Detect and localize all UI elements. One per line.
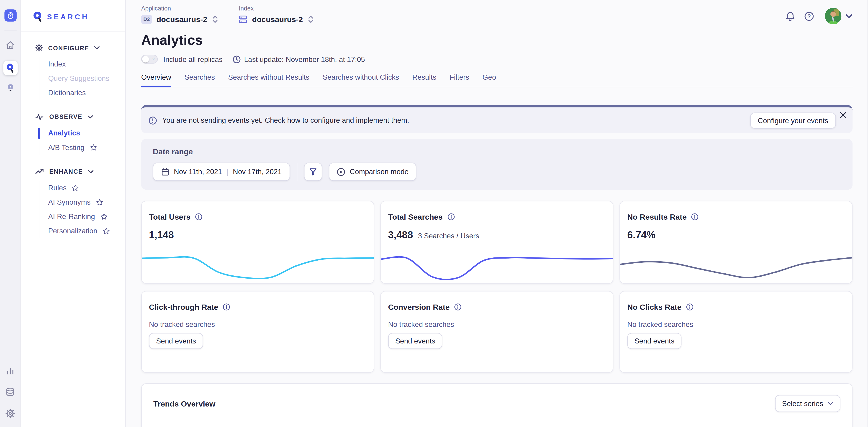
calendar-icon — [161, 167, 169, 176]
button-label: Configure your events — [758, 116, 828, 124]
card-total-searches: Total Searches 3,488 3 Searches / Users — [380, 201, 613, 284]
settings-gear-icon[interactable] — [3, 406, 17, 420]
tab-label: Searches — [185, 73, 215, 81]
sidebar-item-dictionaries[interactable]: Dictionaries — [39, 86, 125, 100]
sidebar-item-label: AI Synonyms — [48, 198, 90, 206]
info-icon[interactable] — [691, 213, 699, 221]
tab-results[interactable]: Results — [412, 73, 436, 81]
date-range-controls: Nov 11th, 2021 | Nov 17th, 2021 Comparis… — [153, 163, 841, 181]
logo-text: SEARCH — [47, 12, 89, 21]
database-icon[interactable] — [3, 385, 17, 399]
date-separator: | — [226, 167, 228, 176]
filter-icon[interactable] — [304, 163, 322, 181]
card-conversion-rate: Conversion Rate No tracked searches Send… — [380, 291, 613, 373]
section-observe[interactable]: OBSERVE — [21, 112, 125, 122]
card-title: No Results Rate — [627, 212, 687, 221]
tab-overview[interactable]: Overview — [141, 73, 171, 81]
total-searches-sparkline — [381, 256, 613, 280]
send-events-button[interactable]: Send events — [388, 333, 442, 349]
sidebar-item-index[interactable]: Index — [39, 57, 125, 71]
last-update-text: Last update: November 18th, at 17:05 — [244, 55, 365, 63]
card-click-through-rate: Click-through Rate No tracked searches S… — [141, 291, 374, 373]
help-icon[interactable]: ? — [804, 11, 814, 21]
chevron-down-icon — [88, 115, 93, 119]
app-rail — [0, 0, 21, 427]
send-events-button[interactable]: Send events — [149, 333, 204, 349]
select-series-button[interactable]: Select series — [775, 395, 840, 412]
tab-label: Filters — [450, 73, 469, 81]
chevron-down-icon[interactable] — [845, 14, 853, 19]
main-content: Application D2 docusaurus-2 Index — [126, 0, 868, 427]
comparison-play-icon — [337, 167, 345, 176]
nav-items: Rules AI Synonyms AI Re-Ranking Personal… — [39, 181, 125, 238]
card-total-users: Total Users 1,148 — [141, 201, 374, 284]
sidebar-item-label: Dictionaries — [48, 89, 86, 97]
sidebar-item-analytics[interactable]: Analytics — [39, 126, 125, 140]
toggle-knob — [143, 56, 149, 62]
stopwatch-icon[interactable] — [4, 9, 16, 22]
include-replicas-toggle[interactable]: × — [141, 55, 158, 64]
home-icon[interactable] — [3, 38, 17, 52]
avatar[interactable] — [825, 8, 842, 24]
bell-icon[interactable] — [785, 11, 796, 21]
close-icon[interactable] — [839, 110, 847, 120]
application-selector[interactable]: D2 docusaurus-2 — [141, 15, 218, 24]
info-icon[interactable] — [223, 303, 230, 311]
sidebar-item-ab-testing[interactable]: A/B Testing — [39, 140, 125, 155]
info-icon[interactable] — [454, 303, 462, 311]
sidebar-item-label: Query Suggestions — [48, 75, 110, 83]
metric-value: 3,488 — [388, 229, 413, 241]
button-label: Send events — [395, 337, 435, 345]
application-badge: D2 — [141, 15, 152, 24]
sidebar-item-ai-re-ranking[interactable]: AI Re-Ranking — [39, 210, 125, 224]
selector-up-down-icon — [308, 15, 313, 23]
tab-searches[interactable]: Searches — [185, 73, 215, 81]
tab-searches-without-clicks[interactable]: Searches without Clicks — [322, 73, 399, 81]
header-actions: ? — [785, 8, 852, 24]
info-icon[interactable] — [447, 213, 455, 221]
date-range-button[interactable]: Nov 11th, 2021 | Nov 17th, 2021 — [153, 163, 290, 181]
info-icon[interactable] — [686, 303, 694, 311]
section-enhance[interactable]: ENHANCE — [21, 166, 125, 176]
page-title: Analytics — [141, 32, 853, 48]
lightbulb-icon[interactable] — [3, 81, 17, 95]
bar-chart-icon[interactable] — [3, 363, 17, 377]
controls-divider — [297, 163, 297, 181]
sidebar-item-query-suggestions[interactable]: Query Suggestions — [39, 71, 125, 86]
configure-events-button[interactable]: Configure your events — [750, 112, 836, 128]
chevron-down-icon — [88, 170, 93, 173]
comparison-mode-button[interactable]: Comparison mode — [329, 163, 416, 181]
section-label: CONFIGURE — [48, 44, 89, 51]
sidebar-item-ai-synonyms[interactable]: AI Synonyms — [39, 195, 125, 210]
button-label: Comparison mode — [350, 167, 408, 176]
sidebar-item-rules[interactable]: Rules — [39, 181, 125, 195]
date-range-title: Date range — [153, 147, 841, 156]
application-selector-group: Application D2 docusaurus-2 — [141, 5, 218, 24]
card-title: No Clicks Rate — [627, 302, 681, 311]
nav-section-observe: OBSERVE Analytics A/B Testing — [21, 112, 125, 155]
tab-filters[interactable]: Filters — [450, 73, 469, 81]
tab-searches-without-results[interactable]: Searches without Results — [228, 73, 309, 81]
toggle-off-x-icon: × — [152, 56, 155, 62]
index-label: Index — [239, 5, 313, 11]
send-events-button[interactable]: Send events — [627, 333, 682, 349]
tab-geo[interactable]: Geo — [483, 73, 496, 81]
star-icon[interactable] — [102, 227, 110, 235]
star-icon[interactable] — [100, 213, 108, 221]
search-icon[interactable] — [3, 61, 17, 75]
product-logo[interactable]: SEARCH — [21, 0, 125, 22]
metrics-row-2: Click-through Rate No tracked searches S… — [141, 291, 853, 373]
info-icon[interactable] — [195, 213, 203, 221]
rail-bottom — [3, 363, 17, 420]
index-selector[interactable]: docusaurus-2 — [239, 15, 313, 24]
star-icon[interactable] — [71, 184, 79, 192]
clock-icon — [232, 55, 241, 63]
metric-value: 1,148 — [149, 229, 174, 241]
sidebar-item-label: Personalization — [48, 227, 97, 235]
star-icon[interactable] — [90, 144, 97, 152]
metric-note: 3 Searches / Users — [418, 232, 479, 240]
sidebar-item-personalization[interactable]: Personalization — [39, 224, 125, 238]
star-icon[interactable] — [95, 198, 103, 206]
section-configure[interactable]: CONFIGURE — [21, 43, 125, 53]
nav-section-configure: CONFIGURE Index Query Suggestions Dictio… — [21, 43, 125, 100]
